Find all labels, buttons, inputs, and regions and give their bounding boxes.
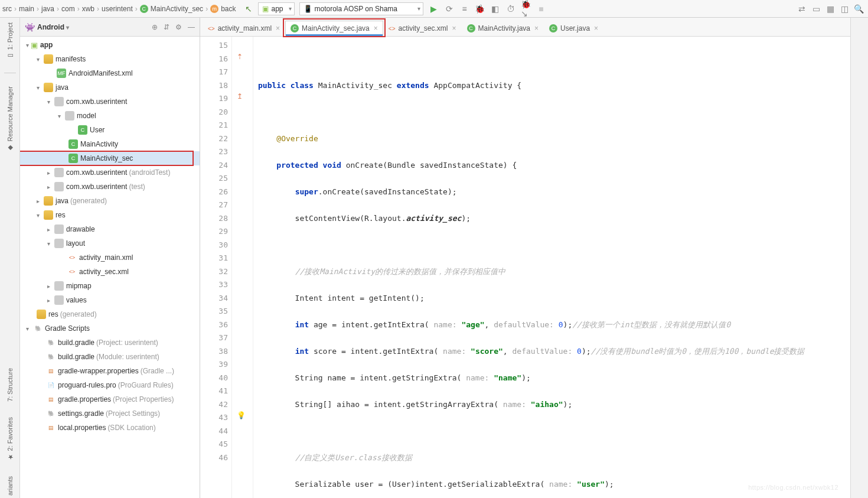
android-icon: 👾 — [25, 22, 35, 32]
profiler-icon[interactable]: ⏱ — [506, 4, 515, 14]
tree-pkg-android-test[interactable]: ▸com.xwb.userintent(androidTest) — [20, 165, 200, 180]
line-numbers: 1516171819202122232425262728293031323334… — [200, 37, 232, 498]
tree-build-gradle-project[interactable]: 🐘build.gradle(Project: userintent) — [20, 336, 200, 350]
tree-local-properties[interactable]: ▤local.properties(SDK Location) — [20, 421, 200, 435]
file-tab[interactable]: CUser.java× — [544, 21, 603, 36]
run-config-dropdown[interactable]: ▣app — [258, 2, 294, 15]
crumb[interactable]: src — [2, 5, 12, 13]
project-tool-tab[interactable]: ▭1: Project — [6, 20, 14, 62]
tree-activity-main-xml[interactable]: <>activity_main.xml — [20, 250, 200, 265]
crumb[interactable]: java — [41, 5, 54, 13]
sync-icon[interactable]: ⇄ — [797, 4, 807, 14]
stop-icon[interactable]: ■ — [537, 4, 546, 14]
project-panel-header: 👾 Android ⊕ ⇵ ⚙ — — [20, 18, 200, 37]
tree-values[interactable]: ▸values — [20, 293, 200, 307]
tree-gradle-properties[interactable]: ▤gradle.properties(Project Properties) — [20, 392, 200, 406]
gutter-marks: ⇡ ↥ 💡 — [232, 37, 253, 498]
sdk-icon[interactable]: ▦ — [825, 4, 835, 14]
tree-build-gradle-module[interactable]: 🐘build.gradle(Module: userintent) — [20, 350, 200, 364]
crumb[interactable]: com — [61, 5, 75, 13]
tree-gradle-wrapper[interactable]: ▤gradle-wrapper.properties(Gradle ...) — [20, 364, 200, 378]
variants-tool-tab[interactable]: ariants — [6, 474, 14, 498]
coverage-icon[interactable]: ◧ — [491, 4, 500, 14]
bulb-icon[interactable]: 💡 — [237, 411, 246, 419]
crumb[interactable]: back — [221, 5, 236, 13]
override-gutter-icon[interactable]: ↥ — [237, 92, 243, 100]
close-icon[interactable]: × — [452, 24, 456, 32]
tree-user-class[interactable]: CUser — [20, 123, 200, 137]
hammer-icon[interactable]: ↖ — [244, 4, 253, 14]
target-icon[interactable]: ⊕ — [152, 23, 158, 31]
tree-java-gen[interactable]: ▸java(generated) — [20, 194, 200, 208]
tree-mipmap[interactable]: ▸mipmap — [20, 279, 200, 293]
close-icon[interactable]: × — [534, 24, 539, 32]
structure-tool-tab[interactable]: 7: Structure — [6, 366, 14, 404]
watermark: https://blog.csdn.net/xwbk12 — [748, 484, 838, 491]
top-toolbar: src› main› java› com› xwb› userintent› C… — [0, 0, 868, 18]
split-icon[interactable]: ⇵ — [164, 23, 169, 31]
tree-pkg-test[interactable]: ▸com.xwb.userintent(test) — [20, 180, 200, 194]
file-tab[interactable]: CMainActivity.java× — [462, 21, 544, 36]
tree-gradle-scripts[interactable]: ▾🐘Gradle Scripts — [20, 321, 200, 336]
apply-code-icon[interactable]: ≡ — [460, 4, 469, 14]
override-gutter-icon[interactable]: ⇡ — [237, 53, 243, 61]
class-icon: C — [140, 5, 148, 13]
file-tab[interactable]: <>activity_main.xml× — [203, 21, 285, 36]
tree-app[interactable]: ▾▣app — [20, 38, 200, 52]
tree-res-gen[interactable]: res(generated) — [20, 307, 200, 321]
gear-icon[interactable]: ⚙ — [175, 23, 182, 31]
tree-java[interactable]: ▾java — [20, 80, 200, 95]
code-editor[interactable]: public class MainActivity_sec extends Ap… — [253, 37, 850, 498]
tree-settings-gradle[interactable]: 🐘settings.gradle(Project Settings) — [20, 406, 200, 421]
right-tool-strip — [850, 18, 868, 498]
attach-debugger-icon[interactable]: 🐞↘ — [521, 4, 531, 14]
debug-icon[interactable]: 🐞 — [475, 4, 485, 14]
file-tab[interactable]: <>activity_sec.xml× — [383, 21, 462, 36]
search-icon[interactable]: 🔍 — [854, 4, 863, 14]
close-icon[interactable]: × — [276, 24, 280, 32]
project-view-selector[interactable]: Android — [37, 23, 69, 31]
project-tree[interactable]: ▾▣app ▾manifests MFAndroidManifest.xml ▾… — [20, 37, 200, 498]
layout-inspector-icon[interactable]: ◫ — [840, 4, 849, 14]
breadcrumb[interactable]: src› main› java› com› xwb› userintent› C… — [2, 5, 236, 13]
tree-package[interactable]: ▾com.xwb.userintent — [20, 95, 200, 109]
method-icon: m — [210, 5, 218, 13]
file-tab-bar: <>activity_main.xml× CMainActivity_sec.j… — [200, 18, 850, 37]
tree-manifest-file[interactable]: MFAndroidManifest.xml — [20, 66, 200, 80]
crumb[interactable]: xwb — [82, 5, 94, 13]
crumb[interactable]: userintent — [102, 5, 133, 13]
device-dropdown[interactable]: 📱motorola AOSP on Shama — [299, 2, 423, 15]
favorites-tool-tab[interactable]: ★2: Favorites — [6, 415, 14, 463]
apply-changes-icon[interactable]: ⟳ — [445, 4, 454, 14]
resmgr-tool-tab[interactable]: ◆Resource Manager — [6, 84, 14, 154]
project-panel: 👾 Android ⊕ ⇵ ⚙ — ▾▣app ▾manifests MFAnd… — [20, 18, 200, 498]
tree-manifests[interactable]: ▾manifests — [20, 52, 200, 66]
tree-proguard[interactable]: 📄proguard-rules.pro(ProGuard Rules) — [20, 378, 200, 392]
tree-activity-sec-xml[interactable]: <>activity_sec.xml — [20, 265, 200, 279]
avd-icon[interactable]: ▭ — [811, 4, 821, 14]
tree-main-activity-sec[interactable]: CMainActivity_sec — [20, 151, 200, 165]
hide-icon[interactable]: — — [188, 23, 195, 31]
tree-main-activity[interactable]: CMainActivity — [20, 137, 200, 151]
file-tab[interactable]: CMainActivity_sec.java× — [285, 21, 383, 36]
crumb[interactable]: MainActivity_sec — [151, 5, 203, 13]
tree-drawable[interactable]: ▸drawable — [20, 222, 200, 236]
crumb[interactable]: main — [19, 5, 34, 13]
tree-res[interactable]: ▾res — [20, 208, 200, 222]
tree-layout[interactable]: ▾layout — [20, 236, 200, 250]
close-icon[interactable]: × — [594, 24, 598, 32]
close-icon[interactable]: × — [374, 24, 378, 32]
tree-model[interactable]: ▾model — [20, 109, 200, 123]
left-tool-strip: ▭1: Project ◆Resource Manager 7: Structu… — [0, 18, 20, 498]
editor-area: <>activity_main.xml× CMainActivity_sec.j… — [200, 18, 850, 498]
run-icon[interactable]: ▶ — [429, 4, 439, 14]
